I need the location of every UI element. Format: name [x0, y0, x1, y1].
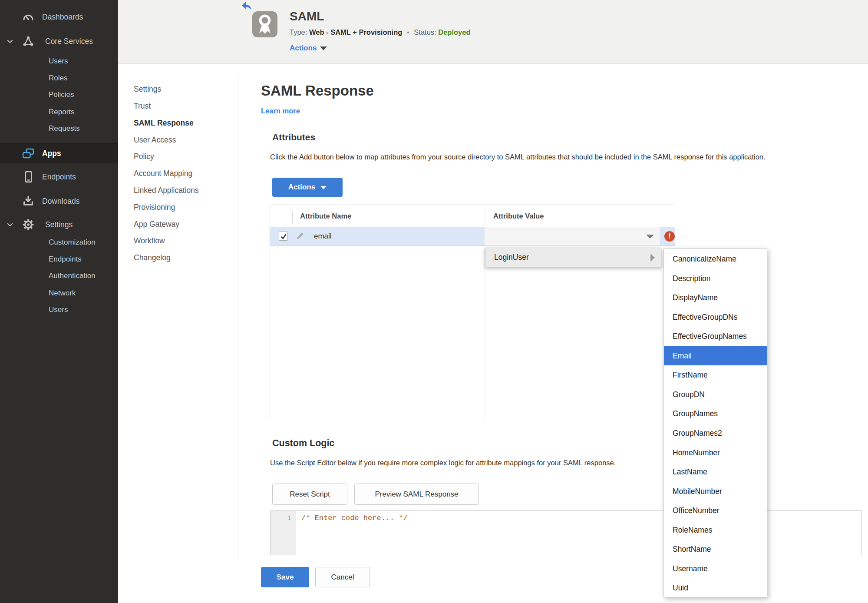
sidebar-item-apps[interactable]: Apps: [0, 143, 118, 163]
app-title: SAML: [290, 10, 324, 23]
sidebar-subitem-label: Customization: [49, 238, 96, 247]
submenu-item-lastname[interactable]: LastName: [664, 462, 767, 481]
editor-code[interactable]: /* Enter code here... */: [301, 514, 408, 522]
subnav-item-account-mapping[interactable]: Account Mapping: [134, 169, 192, 178]
submenu-item-email[interactable]: Email: [664, 346, 767, 365]
dropdown-item-loginuser[interactable]: LoginUser: [485, 248, 661, 267]
submenu-item-effectivegroupdns[interactable]: EffectiveGroupDNs: [664, 308, 767, 327]
app-type-status: Type: Web - SAML + Provisioning • Status…: [290, 28, 471, 36]
row-checkbox[interactable]: [279, 232, 288, 241]
sidebar-subitem-label: Requests: [49, 124, 80, 133]
subnav-item-provisioning[interactable]: Provisioning: [134, 203, 175, 212]
submenu-item-rolenames[interactable]: RoleNames: [664, 520, 767, 540]
save-button[interactable]: Save: [261, 567, 309, 587]
submenu-item-canonicalizename[interactable]: CanonicalizeName: [664, 249, 767, 268]
sidebar-subitem-label: Users: [49, 305, 68, 314]
sidebar-item-settings[interactable]: Settings: [0, 215, 118, 235]
chevron-down-icon: [320, 186, 327, 189]
type-label: Type:: [290, 28, 307, 36]
downloads-icon: [22, 195, 35, 208]
edit-pencil-icon[interactable]: [294, 231, 305, 242]
header-actions-menu[interactable]: Actions: [290, 44, 327, 53]
submenu-item-homenumber[interactable]: HomeNumber: [664, 443, 767, 462]
subnav-item-workflow[interactable]: Workflow: [134, 236, 165, 245]
core-services-icon: [22, 35, 35, 48]
subnav-item-saml-response[interactable]: SAML Response: [134, 119, 194, 128]
sidebar-item-label: Settings: [45, 220, 73, 229]
header-actions-label: Actions: [290, 44, 317, 52]
subnav-item-policy[interactable]: Policy: [134, 152, 154, 161]
learn-more-link[interactable]: Learn more: [261, 107, 300, 115]
sidebar-item-label: Dashboards: [42, 13, 83, 22]
preview-saml-response-button[interactable]: Preview SAML Response: [354, 484, 479, 505]
attribute-value-dropdown[interactable]: [485, 227, 660, 245]
sidebar-item-label: Core Services: [45, 37, 93, 46]
attributes-actions-button[interactable]: Actions: [272, 178, 343, 197]
sidebar-item-core-services[interactable]: Core Services: [0, 31, 118, 51]
chevron-right-icon: [650, 254, 655, 262]
chevron-down-icon[interactable]: [6, 221, 14, 229]
submenu-item-groupnames2[interactable]: GroupNames2: [664, 424, 767, 443]
sidebar-subitem-reports[interactable]: Reports: [0, 103, 118, 121]
submenu-item-shortname[interactable]: ShortName: [664, 540, 767, 559]
separator-dot: •: [404, 28, 412, 36]
custom-logic-heading: Custom Logic: [272, 438, 334, 449]
subnav-item-app-gateway[interactable]: App Gateway: [134, 220, 179, 229]
sidebar-subitem-users[interactable]: Users: [0, 301, 118, 318]
submenu-item-groupdn[interactable]: GroupDN: [664, 385, 767, 404]
submenu-item-groupnames[interactable]: GroupNames: [664, 404, 767, 423]
sidebar-subitem-customization[interactable]: Customization: [0, 234, 118, 251]
sidebar-subitem-label: Network: [49, 289, 76, 298]
back-arrow-icon[interactable]: [241, 1, 252, 11]
submenu-item-displayname[interactable]: DisplayName: [664, 288, 767, 307]
sidebar-subitem-label: Policies: [49, 90, 74, 99]
sidebar: DashboardsCore ServicesUsersRolesPolicie…: [0, 0, 118, 603]
sidebar-item-downloads[interactable]: Downloads: [0, 191, 118, 211]
sidebar-subitem-users[interactable]: Users: [0, 53, 118, 70]
sidebar-item-label: Downloads: [42, 197, 80, 206]
attribute-name-cell: email: [314, 227, 332, 245]
sidebar-item-label: Apps: [42, 149, 61, 158]
loginuser-label: LoginUser: [494, 248, 529, 267]
attribute-submenu: CanonicalizeNameDescriptionDisplayNameEf…: [663, 248, 767, 597]
submenu-item-uuid[interactable]: Uuid: [664, 578, 767, 597]
sidebar-subitem-requests[interactable]: Requests: [0, 120, 118, 137]
column-header-attribute-name: Attribute Name: [300, 205, 351, 227]
sidebar-subitem-roles[interactable]: Roles: [0, 70, 118, 87]
subnav-item-trust[interactable]: Trust: [134, 102, 151, 111]
sidebar-subitem-label: Endpoints: [49, 255, 82, 264]
subnav-item-settings[interactable]: Settings: [134, 85, 161, 94]
chevron-down-icon[interactable]: [6, 37, 14, 45]
line-number: 1: [287, 514, 291, 522]
subnav-item-changelog[interactable]: Changelog: [134, 253, 171, 262]
submenu-item-username[interactable]: Username: [664, 559, 767, 578]
submenu-item-description[interactable]: Description: [664, 269, 767, 288]
error-icon: !: [664, 231, 675, 242]
sidebar-subitem-authentication[interactable]: Authentication: [0, 267, 118, 285]
sidebar-subitem-label: Users: [49, 57, 68, 66]
submenu-item-firstname[interactable]: FirstName: [664, 365, 767, 384]
attributes-heading: Attributes: [272, 132, 315, 142]
table-row[interactable]: email !: [270, 227, 675, 246]
sidebar-subitem-label: Reports: [49, 108, 75, 116]
chevron-down-icon: [320, 46, 327, 50]
cancel-button[interactable]: Cancel: [315, 567, 370, 587]
submenu-item-effectivegroupnames[interactable]: EffectiveGroupNames: [664, 327, 767, 346]
script-editor[interactable]: 1 /* Enter code here... */: [270, 510, 862, 555]
sidebar-subitem-policies[interactable]: Policies: [0, 86, 118, 103]
endpoints-icon: [22, 170, 35, 183]
status-label: Status:: [414, 28, 436, 36]
submenu-item-mobilenumber[interactable]: MobileNumber: [664, 482, 767, 501]
submenu-item-officenumber[interactable]: OfficeNumber: [664, 501, 767, 520]
reset-script-button[interactable]: Reset Script: [272, 484, 347, 505]
sidebar-subitem-endpoints[interactable]: Endpoints: [0, 251, 118, 268]
subnav-item-linked-applications[interactable]: Linked Applications: [134, 186, 199, 195]
saml-app-icon: [252, 11, 277, 37]
subnav-item-user-access[interactable]: User Access: [134, 136, 176, 145]
sidebar-subitem-network[interactable]: Network: [0, 285, 118, 302]
type-value: Web - SAML + Provisioning: [309, 28, 402, 36]
page-title: SAML Response: [261, 83, 374, 99]
sidebar-item-endpoints[interactable]: Endpoints: [0, 167, 118, 187]
sidebar-item-dashboards[interactable]: Dashboards: [0, 7, 118, 27]
custom-logic-description: Use the Script Editor below if you requi…: [270, 459, 616, 467]
